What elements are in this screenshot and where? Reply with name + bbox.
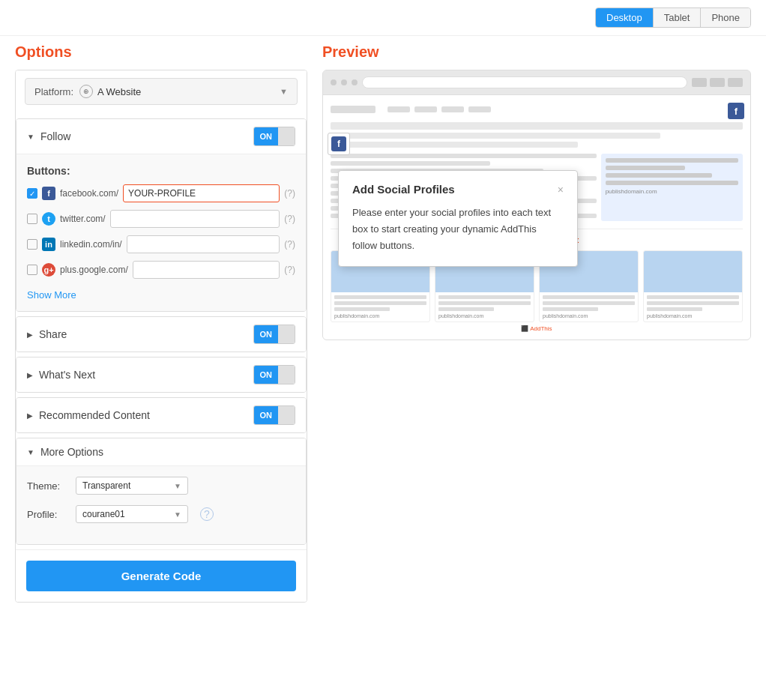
whats-next-header[interactable]: ▶ What's Next ON (16, 357, 306, 392)
share-toggle-off (278, 325, 295, 343)
google-checkbox[interactable] (27, 265, 37, 275)
profile-row: Profile: courane01 ▼ ? (27, 505, 295, 523)
modal-header: Add Social Profiles × (352, 183, 564, 196)
follow-arrow: ▼ (27, 133, 34, 141)
twitter-input[interactable] (110, 210, 280, 228)
profile-help-icon[interactable]: ? (200, 507, 214, 521)
addthis-badge: ⬛ AddThis (331, 325, 743, 332)
left-panel: Options Platform: ⊕ A Website ▼ ▼ Follow (15, 43, 307, 603)
share-arrow: ▶ (27, 331, 33, 339)
twitter-help-icon[interactable]: (?) (284, 214, 295, 224)
google-help-icon[interactable]: (?) (284, 265, 295, 275)
profile-value: courane01 (82, 509, 125, 519)
rec-text-line-1c (334, 307, 390, 311)
linkedin-help-icon[interactable]: (?) (284, 239, 295, 250)
fb-follow-widget: f (328, 133, 350, 155)
rec-text-4: publishdomain.com (644, 292, 742, 322)
rec-text-1: publishdomain.com (331, 292, 429, 322)
more-options-header[interactable]: ▼ More Options (16, 438, 306, 465)
fake-hero-1 (331, 122, 743, 130)
platform-row: Platform: ⊕ A Website ▼ (25, 78, 298, 105)
more-options-section: ▼ More Options Theme: Transparent ▼ Prof… (16, 438, 307, 545)
facebook-domain: facebook.com/ (60, 188, 118, 199)
recommended-content-header[interactable]: ▶ Recommended Content ON (16, 398, 306, 432)
follow-toggle[interactable]: ON (253, 127, 296, 146)
sidebar-line-4 (606, 181, 738, 185)
browser-chrome (323, 70, 750, 95)
whats-next-section: ▶ What's Next ON (16, 357, 307, 393)
platform-dropdown-arrow: ▼ (280, 87, 288, 96)
options-title: Options (15, 43, 307, 61)
options-panel: Platform: ⊕ A Website ▼ ▼ Follow ON (15, 70, 307, 603)
linkedin-icon: in (42, 238, 55, 251)
browser-dot-2 (341, 79, 347, 85)
profile-label: Profile: (27, 509, 68, 520)
follow-content: Buttons: ✓ f facebook.com/ (?) t twitter… (16, 154, 306, 311)
fake-hero-3 (331, 142, 578, 148)
platform-select[interactable]: ⊕ A Website ▼ (79, 85, 288, 98)
platform-label: Platform: (34, 86, 73, 97)
fake-content-line-1 (331, 154, 597, 158)
browser-action-btn-1 (692, 78, 707, 87)
show-more-link[interactable]: Show More (27, 289, 76, 301)
modal-close-button[interactable]: × (558, 184, 564, 196)
device-toggle: Desktop Tablet Phone (595, 7, 751, 28)
rec-text-line-1b (334, 301, 426, 305)
rec-text-line-1a (334, 295, 426, 299)
share-section: ▶ Share ON (16, 316, 307, 352)
google-input[interactable] (133, 261, 280, 279)
linkedin-checkbox[interactable] (27, 239, 37, 250)
preview-content: f f (323, 95, 750, 340)
google-icon: g+ (42, 263, 55, 277)
recommended-content-toggle[interactable]: ON (253, 405, 296, 425)
profile-dropdown-arrow: ▼ (174, 510, 181, 519)
rec-text-line-3c (543, 307, 598, 311)
facebook-row: ✓ f facebook.com/ (?) (27, 184, 295, 202)
desktop-button[interactable]: Desktop (596, 8, 654, 27)
right-panel: Preview (322, 43, 751, 603)
browser-action-btn-3 (728, 78, 743, 87)
linkedin-row: in linkedin.com/in/ (?) (27, 235, 295, 253)
sidebar-line-1 (606, 158, 738, 163)
browser-url-bar (362, 76, 687, 88)
recommended-content-toggle-off (278, 406, 295, 424)
facebook-help-icon[interactable]: (?) (284, 188, 295, 199)
rec-domain-4: publishdomain.com (647, 313, 739, 319)
google-row: g+ plus.google.com/ (?) (27, 261, 295, 279)
rec-image-4 (644, 251, 742, 292)
platform-value: A Website (97, 86, 141, 97)
share-header[interactable]: ▶ Share ON (16, 317, 306, 351)
rec-text-line-2c (438, 307, 494, 311)
recommended-content-toggle-on: ON (254, 406, 279, 424)
recommended-content-section: ▶ Recommended Content ON (16, 397, 307, 433)
generate-btn-wrap: Generate Code (16, 549, 307, 602)
fake-nav (331, 103, 743, 116)
theme-select[interactable]: Transparent ▼ (76, 477, 188, 495)
share-toggle[interactable]: ON (253, 325, 296, 344)
generate-code-button[interactable]: Generate Code (26, 561, 296, 591)
follow-header[interactable]: ▼ Follow ON (16, 119, 306, 154)
facebook-checkbox[interactable]: ✓ (27, 188, 37, 199)
theme-value: Transparent (82, 480, 130, 491)
follow-toggle-on: ON (254, 127, 279, 145)
whats-next-toggle[interactable]: ON (253, 365, 296, 384)
linkedin-input[interactable] (127, 235, 280, 253)
follow-toggle-off (278, 127, 295, 145)
facebook-input[interactable] (123, 184, 280, 202)
more-options-arrow: ▼ (27, 448, 34, 456)
fake-sidebar: publishdomain.com (601, 154, 743, 221)
profile-select[interactable]: courane01 ▼ (76, 505, 188, 523)
phone-button[interactable]: Phone (701, 8, 750, 27)
twitter-checkbox[interactable] (27, 214, 37, 224)
theme-label: Theme: (27, 480, 68, 492)
main-layout: Options Platform: ⊕ A Website ▼ ▼ Follow (0, 36, 766, 610)
modal-body: Please enter your social profiles into e… (352, 205, 564, 254)
rec-text-3: publishdomain.com (540, 292, 638, 322)
tablet-button[interactable]: Tablet (654, 8, 702, 27)
fb-mini-icon: f (331, 136, 346, 151)
browser-dot-1 (331, 79, 337, 85)
website-icon: ⊕ (79, 85, 93, 98)
rec-text-2: publishdomain.com (435, 292, 534, 322)
preview-title: Preview (322, 43, 751, 61)
buttons-label: Buttons: (27, 165, 295, 177)
